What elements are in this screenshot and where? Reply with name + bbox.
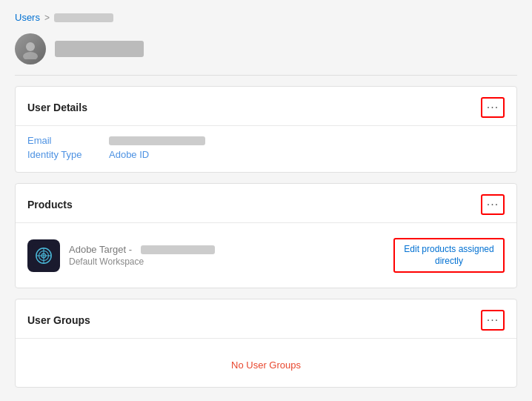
header-divider	[15, 75, 517, 76]
breadcrumb: Users >	[15, 12, 517, 23]
identity-type-label: Identity Type	[27, 149, 109, 160]
product-name: Adobe Target -	[69, 244, 215, 255]
avatar-image	[15, 33, 46, 64]
user-groups-title: User Groups	[27, 314, 90, 326]
product-icon	[27, 239, 60, 272]
page-container: Users > User Details ··· Email	[0, 0, 532, 401]
email-row: Email	[27, 135, 505, 146]
no-groups-label: No User Groups	[27, 348, 505, 378]
breadcrumb-users-link[interactable]: Users	[15, 12, 40, 23]
email-label: Email	[27, 135, 109, 146]
user-details-header: User Details ···	[16, 87, 516, 126]
product-name-blur	[141, 245, 215, 254]
user-name-display	[55, 41, 144, 57]
avatar	[15, 33, 46, 64]
user-groups-card: User Groups ··· No User Groups	[15, 299, 517, 388]
user-details-more-button[interactable]: ···	[481, 97, 505, 118]
user-groups-body: No User Groups	[16, 339, 516, 387]
product-left: Adobe Target - Default Workspace	[27, 239, 215, 272]
products-header: Products ···	[16, 184, 516, 223]
user-details-body: Email Identity Type Adobe ID	[16, 126, 516, 172]
user-header	[15, 33, 517, 64]
email-value	[109, 136, 205, 145]
user-details-title: User Details	[27, 102, 87, 113]
product-workspace: Default Workspace	[69, 256, 215, 267]
identity-type-row: Identity Type Adobe ID	[27, 149, 505, 160]
products-card: Products ···	[15, 183, 517, 288]
user-groups-header: User Groups ···	[16, 299, 516, 339]
product-row: Adobe Target - Default Workspace Edit pr…	[27, 232, 505, 279]
user-groups-more-button[interactable]: ···	[481, 310, 505, 331]
user-details-card: User Details ··· Email Identity Type Ado…	[15, 86, 517, 173]
products-title: Products	[27, 199, 73, 211]
product-info: Adobe Target - Default Workspace	[69, 244, 215, 267]
products-body: Adobe Target - Default Workspace Edit pr…	[16, 223, 516, 288]
svg-point-1	[23, 52, 38, 59]
svg-point-0	[26, 42, 35, 51]
identity-type-value: Adobe ID	[109, 149, 149, 160]
breadcrumb-separator: >	[44, 13, 50, 23]
edit-products-button[interactable]: Edit products assigned directly	[393, 238, 505, 273]
products-more-button[interactable]: ···	[481, 194, 505, 215]
breadcrumb-current-user	[54, 13, 113, 22]
